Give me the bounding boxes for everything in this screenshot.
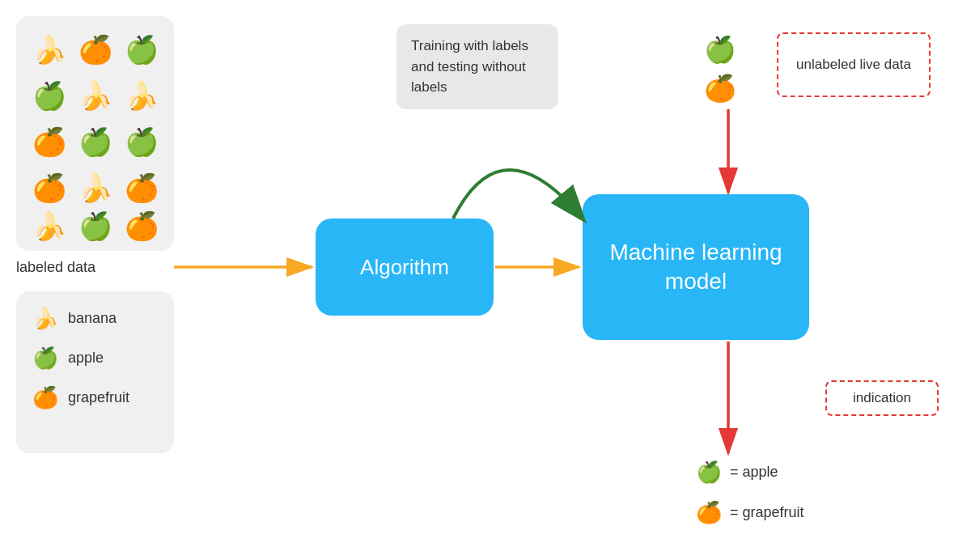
grid-fruit-icon: 🍏	[78, 212, 112, 240]
grid-fruit-icon: 🍏	[125, 36, 159, 63]
algorithm-label: Algorithm	[360, 255, 449, 280]
result-apple: 🍏 = apple	[696, 460, 778, 485]
grid-fruit-icon: 🍏	[125, 128, 159, 155]
grid-fruit-icon: 🍏	[32, 82, 66, 109]
unlabeled-apple-icon: 🍏	[704, 34, 736, 65]
grid-fruit-icon: 🍊	[78, 36, 112, 63]
labeled-data-label: labeled data	[16, 259, 95, 276]
grid-fruit-icon: 🍊	[125, 174, 159, 202]
algorithm-box: Algorithm	[316, 218, 494, 316]
legend-icon: 🍊	[32, 385, 58, 410]
legend-box: 🍌banana🍏apple🍊grapefruit	[16, 291, 174, 453]
grid-fruit-icon: 🍌	[32, 36, 66, 63]
ml-model-label: Machine learning model	[583, 238, 809, 297]
indication-box: indication	[825, 380, 939, 416]
result-grapefruit: 🍊 = grapefruit	[696, 500, 804, 525]
ml-model-box: Machine learning model	[583, 194, 809, 340]
result-grapefruit-icon: 🍊	[696, 500, 722, 525]
legend-icon: 🍏	[32, 346, 58, 371]
grid-fruit-icon: 🍊	[32, 174, 66, 202]
result-apple-label: = apple	[730, 464, 778, 481]
legend-label: banana	[68, 310, 117, 327]
grid-fruit-icon: 🍏	[78, 128, 112, 155]
legend-item: 🍊grapefruit	[32, 385, 158, 410]
result-grapefruit-label: = grapefruit	[730, 504, 804, 521]
labeled-data-grid: 🍌🍊🍏🍏🍌🍌🍊🍏🍏🍊🍌🍊🍌🍏🍊	[16, 16, 174, 251]
grid-fruit-icon: 🍌	[78, 82, 112, 109]
legend-item: 🍏apple	[32, 346, 158, 371]
grid-fruit-icon: 🍊	[125, 212, 159, 240]
legend-label: grapefruit	[68, 389, 129, 406]
unlabeled-grapefruit-icon: 🍊	[704, 73, 736, 104]
result-apple-icon: 🍏	[696, 460, 722, 485]
legend-label: apple	[68, 350, 104, 367]
grid-fruit-icon: 🍌	[32, 212, 66, 240]
legend-icon: 🍌	[32, 306, 58, 331]
unlabeled-live-data-box: unlabeled live data	[777, 32, 931, 97]
training-label-box: Training with labels and testing without…	[396, 24, 558, 109]
legend-item: 🍌banana	[32, 306, 158, 331]
grid-fruit-icon: 🍊	[32, 128, 66, 155]
grid-fruit-icon: 🍌	[78, 174, 112, 202]
grid-fruit-icon: 🍌	[125, 82, 159, 109]
